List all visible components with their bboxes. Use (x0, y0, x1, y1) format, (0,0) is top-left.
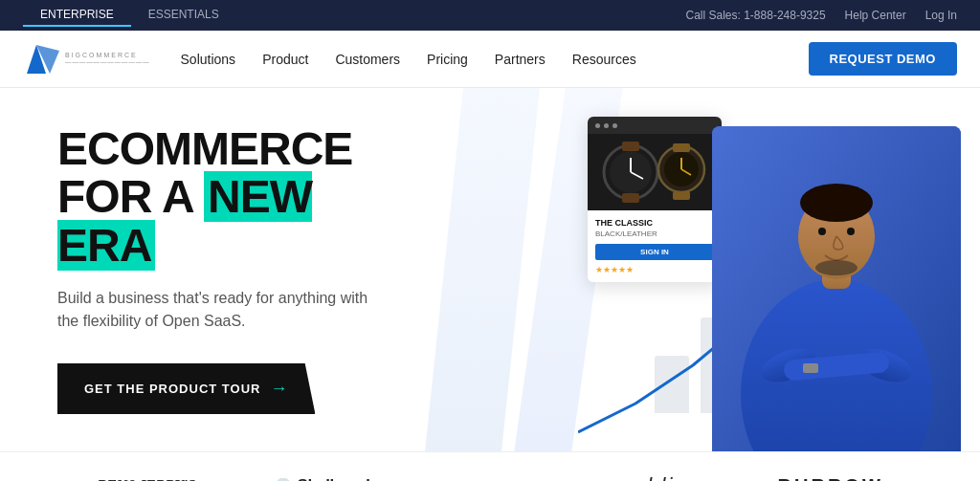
hero-cta-label: GET THE PRODUCT TOUR (84, 382, 260, 396)
bigcommerce-logo-icon: BigCommerce (23, 41, 59, 77)
tab-essentials[interactable]: ESSENTIALS (131, 4, 236, 27)
card-dot-1 (595, 123, 600, 128)
svg-rect-14 (673, 191, 690, 200)
svg-rect-26 (803, 363, 818, 373)
card-product-title: THE CLASSIC (595, 218, 714, 228)
login-link[interactable]: Log In (925, 9, 957, 22)
card-cta-button[interactable]: SIGN IN (595, 244, 714, 260)
nav-link-solutions[interactable]: Solutions (181, 48, 236, 71)
card-header (588, 117, 722, 134)
person-image (712, 126, 961, 451)
logo[interactable]: BigCommerce BIGCOMMERCE ──────────── (23, 41, 150, 77)
card-image-area (588, 134, 722, 210)
hero-title: ECOMMERCE FOR A NEW ERA (57, 125, 421, 270)
request-demo-button[interactable]: REQUEST DEMO (809, 42, 957, 76)
brand-bens-jerrys: BEN&JERRY'S (97, 477, 195, 481)
svg-point-22 (800, 184, 873, 222)
nav-link-partners[interactable]: Partners (495, 48, 546, 71)
brand-bliss: bliss (647, 473, 699, 481)
top-bar: ENTERPRISE ESSENTIALS Call Sales: 1-888-… (0, 0, 980, 31)
nav-link-product[interactable]: Product (262, 48, 308, 71)
nav-link-pricing[interactable]: Pricing (427, 48, 468, 71)
card-body: THE CLASSIC BLACK/LEATHER SIGN IN ★★★★★ (588, 210, 722, 282)
logos-bar: BEN&JERRY'S 💀 Skullcandy ◆ Black Diamond… (0, 451, 980, 481)
svg-point-23 (818, 228, 826, 235)
svg-point-24 (847, 228, 855, 235)
card-dot-2 (604, 123, 609, 128)
svg-rect-7 (622, 142, 639, 151)
hero-title-line1: ECOMMERCE (57, 123, 352, 174)
hero-cta-button[interactable]: GET THE PRODUCT TOUR → (57, 363, 315, 414)
hero-subtitle: Build a business that's ready for anythi… (57, 287, 383, 333)
skull-icon: 💀 (274, 477, 293, 482)
cta-arrow-icon: → (270, 379, 288, 399)
brand-skullcandy: 💀 Skullcandy (274, 476, 378, 481)
hero-visual: THE CLASSIC BLACK/LEATHER SIGN IN ★★★★★ (444, 88, 980, 451)
nav-links: Solutions Product Customers Pricing Part… (181, 48, 636, 71)
svg-rect-8 (622, 193, 639, 203)
tab-enterprise[interactable]: ENTERPRISE (23, 4, 131, 27)
nav-link-customers[interactable]: Customers (335, 48, 400, 71)
help-center-link[interactable]: Help Center (845, 9, 906, 22)
product-card: THE CLASSIC BLACK/LEATHER SIGN IN ★★★★★ (588, 117, 722, 282)
card-dot-3 (612, 123, 617, 128)
svg-rect-13 (673, 143, 690, 152)
brand-black-diamond: ◆ Black Diamond (457, 478, 568, 482)
svg-point-25 (815, 260, 858, 275)
hero-section: ECOMMERCE FOR A NEW ERA Build a business… (0, 88, 980, 451)
call-sales-label: Call Sales: 1-888-248-9325 (686, 9, 826, 22)
hero-title-line2: FOR A (57, 171, 192, 222)
brand-burrow: BURROW (778, 475, 883, 482)
watch-illustration (597, 139, 712, 206)
nav-left: BigCommerce BIGCOMMERCE ──────────── Sol… (23, 41, 636, 77)
person-svg (712, 126, 961, 451)
top-bar-tabs: ENTERPRISE ESSENTIALS (23, 4, 236, 27)
card-product-subtitle: BLACK/LEATHER (595, 230, 714, 238)
card-stars: ★★★★★ (595, 265, 714, 274)
main-nav: BigCommerce BIGCOMMERCE ──────────── Sol… (0, 31, 980, 88)
nav-link-resources[interactable]: Resources (572, 48, 636, 71)
top-bar-right: Call Sales: 1-888-248-9325 Help Center L… (686, 9, 958, 22)
hero-content: ECOMMERCE FOR A NEW ERA Build a business… (0, 88, 479, 451)
